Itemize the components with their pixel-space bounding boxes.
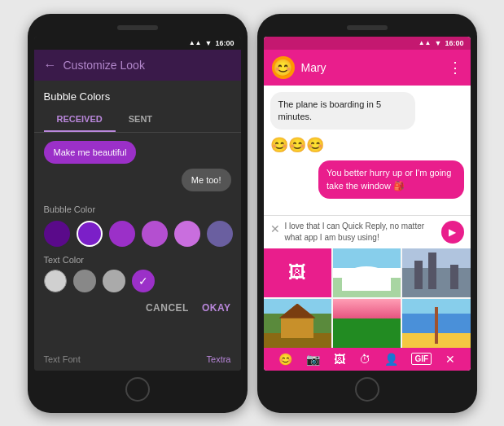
color-circle-3[interactable]: [142, 221, 168, 247]
camera-icon[interactable]: 📷: [306, 353, 320, 366]
left-status-bar: ▲▲ ▼ 16:00: [34, 37, 241, 50]
text-color-purple[interactable]: ✓: [132, 270, 155, 292]
customize-title: Customize Look: [64, 59, 145, 72]
emoji-row: 😊😊😊: [270, 134, 324, 156]
contact-name: Mary: [301, 61, 441, 74]
contact-avatar: 😊: [272, 56, 295, 79]
clock-icon[interactable]: ⏱: [359, 353, 370, 366]
message-header: 😊 Mary ⋮: [264, 50, 471, 86]
close-keyboard-icon[interactable]: ✕: [445, 353, 455, 366]
text-color-white[interactable]: [44, 270, 67, 292]
color-circle-1[interactable]: [77, 221, 103, 247]
media-icon-cell[interactable]: 🖼: [264, 248, 331, 297]
send-icon: ▶: [449, 226, 456, 238]
font-label: Text Font: [44, 354, 81, 364]
color-circle-0[interactable]: [44, 221, 70, 247]
customize-header: ← Customize Look: [34, 50, 241, 81]
bottom-label: Text Font Textra: [34, 348, 241, 371]
sent-bubble: Me too!: [182, 169, 231, 191]
right-phone: ▲▲ ▼ 16:00 😊 Mary ⋮ The plane is boardin…: [257, 14, 477, 413]
left-speaker: [117, 25, 158, 30]
industrial-scene-cell[interactable]: [402, 248, 470, 297]
section-header: Bubble Colors: [34, 81, 241, 108]
snow-scene-cell[interactable]: [333, 248, 401, 297]
text-color-gray1[interactable]: [73, 270, 96, 292]
flowers-scene-cell[interactable]: [333, 299, 401, 348]
gif-icon[interactable]: GIF: [411, 353, 432, 365]
house-scene-cell[interactable]: [264, 299, 331, 348]
msg-received-0: The plane is boarding in 5 minutes.: [270, 92, 416, 130]
messages-area: The plane is boarding in 5 minutes. 😊😊😊 …: [264, 86, 471, 215]
contact-icon[interactable]: 👤: [384, 353, 398, 366]
left-wifi-icon: ▼: [205, 39, 213, 47]
keyboard-bar: 😊 📷 🖼 ⏱ 👤 GIF ✕: [264, 348, 471, 371]
tab-received[interactable]: RECEIVED: [44, 108, 116, 132]
color-circle-4[interactable]: [174, 221, 200, 247]
msg-sent-0: You better hurry up or I'm going take th…: [318, 160, 464, 199]
received-bubble: Make me beautiful: [44, 141, 137, 164]
quick-reply-bar: ✕ I love that I can Quick Reply, no matt…: [264, 215, 471, 248]
left-time: 16:00: [215, 39, 234, 47]
font-value: Textra: [207, 354, 231, 364]
text-color-circles: ✓: [44, 270, 231, 292]
send-button[interactable]: ▶: [441, 221, 464, 244]
left-signal-icon: ▲▲: [189, 39, 202, 46]
image-icon[interactable]: 🖼: [334, 353, 345, 366]
dialog-buttons: CANCEL OKAY: [34, 296, 241, 320]
right-speaker: [347, 25, 388, 30]
text-color-label: Text Color: [44, 255, 231, 265]
preview-area: Make me beautiful Me too!: [34, 133, 241, 200]
text-color-gray2[interactable]: [103, 270, 125, 292]
left-screen: ▲▲ ▼ 16:00 ← Customize Look Bubble Color…: [34, 37, 241, 371]
media-grid: 🖼: [264, 248, 471, 348]
tabs-row: RECEIVED SENT: [34, 108, 241, 133]
color-circle-5[interactable]: [207, 221, 233, 247]
bubble-colors-section: Bubble Colors RECEIVED SENT Make me beau…: [34, 81, 241, 348]
more-options-icon[interactable]: ⋮: [448, 59, 462, 77]
text-color-section: Text Color ✓: [34, 250, 241, 296]
back-arrow-icon[interactable]: ←: [44, 58, 57, 72]
left-home-button[interactable]: [125, 377, 150, 402]
cancel-button[interactable]: CANCEL: [146, 302, 189, 314]
bubble-color-circles: [34, 217, 241, 250]
tab-sent[interactable]: SENT: [116, 108, 165, 132]
quick-reply-text: I love that I can Quick Reply, no matter…: [285, 221, 436, 244]
right-status-bar: ▲▲ ▼ 16:00: [264, 37, 471, 50]
palm-scene-cell[interactable]: [402, 299, 470, 348]
right-screen: ▲▲ ▼ 16:00 😊 Mary ⋮ The plane is boardin…: [264, 37, 471, 371]
okay-button[interactable]: OKAY: [202, 302, 231, 314]
phones-container: ▲▲ ▼ 16:00 ← Customize Look Bubble Color…: [28, 14, 477, 413]
bubble-color-label: Bubble Color: [34, 200, 241, 217]
right-home-button[interactable]: [355, 377, 379, 402]
right-wifi-icon: ▼: [435, 39, 442, 47]
right-signal-icon: ▲▲: [419, 39, 432, 46]
emoji-keyboard-icon[interactable]: 😊: [278, 353, 292, 366]
left-phone: ▲▲ ▼ 16:00 ← Customize Look Bubble Color…: [28, 14, 248, 413]
right-time: 16:00: [445, 39, 463, 47]
close-quick-reply[interactable]: ✕: [270, 221, 280, 235]
color-circle-2[interactable]: [109, 221, 135, 247]
